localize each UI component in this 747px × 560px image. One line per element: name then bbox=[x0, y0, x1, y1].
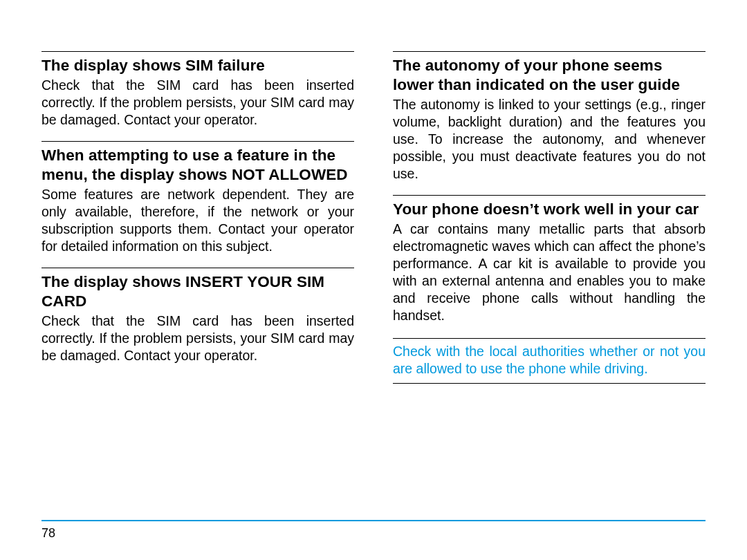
heading: When attempting to use a feature in the … bbox=[42, 146, 354, 185]
section-not-allowed: When attempting to use a feature in the … bbox=[42, 141, 354, 268]
heading: Your phone doesn’t work well in your car bbox=[393, 200, 706, 219]
content-columns: The display shows SIM failure Check that… bbox=[42, 51, 706, 384]
heading: The display shows SIM failure bbox=[42, 56, 354, 75]
section-sim-failure: The display shows SIM failure Check that… bbox=[42, 51, 354, 141]
section-autonomy: The autonomy of your phone seems lower t… bbox=[393, 51, 706, 195]
body-text: Some features are network dependent. The… bbox=[42, 186, 354, 255]
footer-rule bbox=[42, 520, 706, 521]
section-insert-sim: The display shows INSERT YOUR SIM CARD C… bbox=[42, 268, 354, 377]
right-column: The autonomy of your phone seems lower t… bbox=[393, 51, 706, 384]
section-car: Your phone doesn’t work well in your car… bbox=[393, 195, 706, 337]
warning-note: Check with the local authorities whether… bbox=[393, 338, 706, 384]
body-text: A car contains many metallic parts that … bbox=[393, 221, 706, 324]
left-column: The display shows SIM failure Check that… bbox=[42, 51, 354, 384]
body-text: Check that the SIM card has been inserte… bbox=[42, 312, 354, 364]
page-number: 78 bbox=[42, 526, 55, 541]
heading: The display shows INSERT YOUR SIM CARD bbox=[42, 272, 354, 311]
heading: The autonomy of your phone seems lower t… bbox=[393, 56, 706, 95]
body-text: The autonomy is linked to your settings … bbox=[393, 96, 706, 183]
body-text: Check that the SIM card has been inserte… bbox=[42, 77, 354, 129]
note-text: Check with the local authorities whether… bbox=[393, 343, 706, 377]
